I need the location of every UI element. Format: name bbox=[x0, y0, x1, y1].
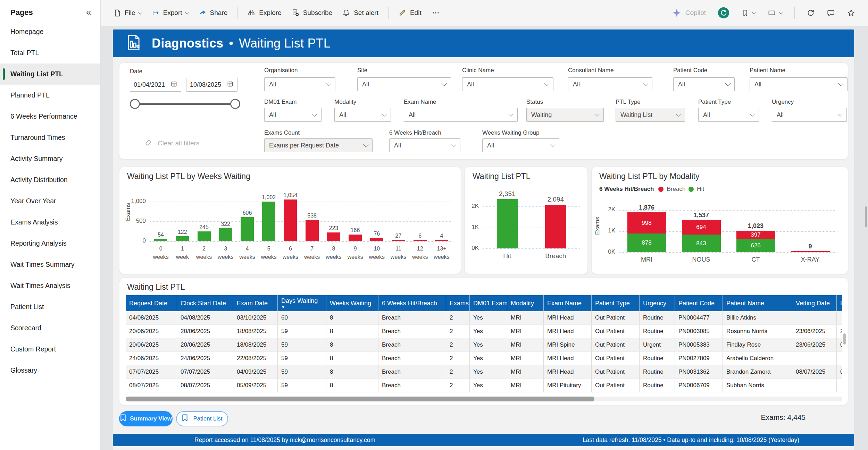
bookmarks-button[interactable] bbox=[738, 6, 759, 20]
favorite-button[interactable] bbox=[843, 6, 859, 20]
column-header-exam-name[interactable]: Exam Name bbox=[544, 295, 592, 311]
sidebar-item-glossary[interactable]: Glossary bbox=[0, 360, 100, 381]
segment-hit-mri[interactable]: 878 bbox=[627, 234, 666, 252]
more-options-button[interactable] bbox=[428, 6, 444, 20]
column-header-exam-date[interactable]: Exam Date bbox=[233, 295, 278, 311]
set-alert-button[interactable]: Set alert bbox=[339, 6, 382, 20]
comments-button[interactable] bbox=[823, 6, 838, 20]
file-button[interactable]: File bbox=[110, 6, 145, 20]
sidebar-item-wait-times-analysis[interactable]: Wait Times Analysis bbox=[0, 275, 100, 296]
filter-patient-type-dropdown[interactable]: All bbox=[698, 108, 759, 122]
filter-weeks-waiting-group-dropdown[interactable]: All bbox=[482, 138, 559, 152]
page-scrollbar[interactable] bbox=[865, 206, 867, 227]
sidebar-item-activity-summary[interactable]: Activity Summary bbox=[0, 148, 100, 169]
column-header-6-weeks-hit-breach[interactable]: 6 Weeks Hit/Breach bbox=[378, 295, 446, 311]
bar-8-weeks[interactable] bbox=[327, 232, 340, 241]
horizontal-scroll-thumb[interactable] bbox=[126, 397, 594, 401]
column-header-exams[interactable]: Exams bbox=[446, 295, 470, 311]
filter-status-dropdown[interactable]: Waiting bbox=[526, 108, 604, 122]
table-row[interactable]: 24/06/202524/06/202522/08/2025598Breach2… bbox=[126, 352, 842, 365]
filter-modality-dropdown[interactable]: All bbox=[334, 108, 391, 122]
refresh-button[interactable] bbox=[803, 6, 818, 20]
column-header-vetting-date[interactable]: Vetting Date bbox=[792, 295, 837, 311]
sidebar-item-waiting-list-ptl[interactable]: Waiting List PTL bbox=[0, 63, 100, 85]
table-row[interactable]: 08/07/202508/07/202505/09/2025598Breach2… bbox=[126, 379, 842, 392]
bar-1-week[interactable] bbox=[176, 236, 189, 241]
filter-exam-name-dropdown[interactable]: All bbox=[404, 108, 518, 122]
table-row[interactable]: 04/08/202504/08/202503/10/2025608Breach2… bbox=[126, 311, 842, 325]
collapse-pane-icon[interactable]: « bbox=[86, 8, 91, 17]
reset-to-default-button[interactable] bbox=[714, 4, 733, 22]
table-vertical-scrollbar[interactable] bbox=[843, 333, 846, 345]
chart-hit-breach[interactable]: Waiting List PTL0K1K2K2,3512,094HitBreac… bbox=[465, 167, 588, 274]
filter-patient-code-dropdown[interactable]: All bbox=[673, 77, 735, 91]
sidebar-item-planned-ptl[interactable]: Planned PTL bbox=[0, 85, 100, 106]
export-button[interactable]: Export bbox=[148, 6, 192, 20]
sidebar-item-patient-list[interactable]: Patient List bbox=[0, 296, 100, 317]
bar-breach[interactable] bbox=[545, 205, 566, 248]
bar-12-weeks[interactable] bbox=[414, 240, 427, 241]
edit-button[interactable]: Edit bbox=[395, 6, 425, 20]
sidebar-item-reporting-analysis[interactable]: Reporting Analysis bbox=[0, 233, 100, 254]
column-header-patient-name[interactable]: Patient Name bbox=[723, 295, 792, 311]
bar-0-weeks[interactable] bbox=[154, 239, 167, 241]
bar-9-weeks[interactable] bbox=[349, 235, 362, 241]
bar-hit[interactable] bbox=[497, 199, 518, 248]
bar-11-weeks[interactable] bbox=[392, 240, 405, 241]
table-row[interactable]: 20/06/202520/06/202518/08/2025598Breach2… bbox=[126, 338, 842, 352]
copilot-button[interactable]: Copilot bbox=[668, 5, 709, 21]
sidebar-item-year-over-year[interactable]: Year Over Year bbox=[0, 190, 100, 212]
sidebar-item-exams-analysis[interactable]: Exams Analysis bbox=[0, 212, 100, 233]
filter-site-dropdown[interactable]: All bbox=[357, 77, 451, 91]
summary-view-button[interactable]: Summary View bbox=[119, 411, 173, 426]
column-header-dm01-exam[interactable]: DM01 Exam bbox=[470, 295, 507, 311]
patient-list-button[interactable]: Patient List bbox=[176, 411, 228, 426]
bar-7-weeks[interactable] bbox=[306, 220, 319, 241]
segment-hit-nous[interactable]: 843 bbox=[682, 235, 721, 252]
sidebar-item-scorecard[interactable]: Scorecard bbox=[0, 317, 100, 339]
explore-button[interactable]: Explore bbox=[244, 6, 285, 20]
sidebar-item-total-ptl[interactable]: Total PTL bbox=[0, 42, 100, 63]
bar-4-weeks[interactable] bbox=[241, 217, 254, 241]
column-header-clock-start-date[interactable]: Clock Start Date bbox=[177, 295, 233, 311]
segment-hit-ct[interactable]: 626 bbox=[736, 239, 775, 252]
segment-breach-ct[interactable]: 397 bbox=[736, 231, 775, 239]
column-header-bo[interactable]: Bo bbox=[837, 295, 842, 311]
filter-exams-count-dropdown[interactable]: Exams per Request Date bbox=[264, 138, 373, 152]
sidebar-item-homepage[interactable]: Homepage bbox=[0, 21, 100, 42]
bar-3-weeks[interactable] bbox=[219, 228, 232, 241]
segment-breach-mri[interactable]: 998 bbox=[627, 212, 666, 234]
bar-10-weeks[interactable] bbox=[370, 238, 383, 241]
column-header-weeks-waiting[interactable]: Weeks Waiting bbox=[326, 295, 378, 311]
bar-6-weeks[interactable] bbox=[284, 199, 297, 241]
bar-5-weeks[interactable] bbox=[262, 202, 275, 241]
filter-urgency-dropdown[interactable]: All bbox=[772, 108, 847, 122]
sidebar-item-activity-distribution[interactable]: Activity Distribution bbox=[0, 169, 100, 190]
segment-breach-nous[interactable]: 694 bbox=[682, 220, 721, 235]
table-horizontal-scrollbar[interactable] bbox=[126, 397, 842, 401]
filter-organisation-dropdown[interactable]: All bbox=[264, 77, 335, 91]
view-mode-button[interactable] bbox=[764, 6, 786, 20]
subscribe-button[interactable]: Subscribe bbox=[288, 6, 336, 20]
sidebar-item-6-weeks-performance[interactable]: 6 Weeks Performance bbox=[0, 106, 100, 127]
bar-13-weeks[interactable] bbox=[435, 240, 448, 241]
column-header-urgency[interactable]: Urgency bbox=[640, 295, 675, 311]
column-header-request-date[interactable]: Request Date bbox=[126, 295, 177, 311]
filter-dm01-exam-dropdown[interactable]: All bbox=[264, 108, 322, 122]
column-header-modality[interactable]: Modality bbox=[507, 295, 544, 311]
filter-consultant-name-dropdown[interactable]: All bbox=[568, 77, 652, 91]
filter-6-weeks-hit-breach-dropdown[interactable]: All bbox=[389, 138, 460, 152]
filter-clinic-name-dropdown[interactable]: All bbox=[462, 77, 553, 91]
share-button[interactable]: Share bbox=[195, 6, 231, 20]
chart-by-modality[interactable]: Waiting List PTL by Modality6 Weeks Hit/… bbox=[591, 167, 848, 274]
filter-ptl-type-dropdown[interactable]: Waiting List bbox=[616, 108, 685, 122]
sidebar-item-wait-times-summary[interactable]: Wait Times Summary bbox=[0, 254, 100, 275]
table-row[interactable]: 20/06/202520/06/202518/08/2025598Breach2… bbox=[126, 325, 842, 338]
sidebar-item-custom-report[interactable]: Custom Report bbox=[0, 339, 100, 360]
sidebar-item-turnaround-times[interactable]: Turnaround Times bbox=[0, 127, 100, 148]
chart-weeks-waiting[interactable]: Waiting List PTL by Weeks WaitingExams05… bbox=[119, 167, 461, 274]
column-header-days-waiting[interactable]: Days Waiting▼ bbox=[278, 295, 326, 311]
table-row[interactable]: 07/07/202507/07/202504/09/2025598Breach2… bbox=[126, 365, 842, 379]
column-header-patient-code[interactable]: Patient Code bbox=[675, 295, 723, 311]
column-header-patient-type[interactable]: Patient Type bbox=[592, 295, 640, 311]
